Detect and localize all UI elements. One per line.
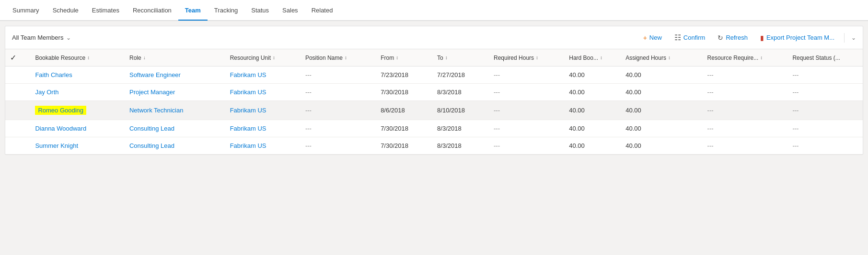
row-resource[interactable]: Dianna Woodward [30, 120, 125, 137]
position-value: --- [305, 89, 312, 96]
header-checkmark[interactable]: ✓ [10, 54, 16, 62]
row-to: 7/27/2018 [432, 67, 489, 84]
resreq-value: --- [707, 125, 714, 132]
resource-link[interactable]: Faith Charles [35, 71, 72, 78]
header-unit[interactable]: Resourcing Unit ↕ [225, 49, 301, 67]
header-resource[interactable]: Bookable Resource ↕ [30, 49, 125, 67]
team-table: ✓ Bookable Resource ↕ Role ↓ Re [5, 49, 863, 155]
row-unit: Fabrikam US [225, 101, 301, 120]
row-resource[interactable]: Romeo Gooding [30, 101, 125, 120]
dropdown-icon[interactable]: ⌄ [66, 34, 71, 41]
unit-link[interactable]: Fabrikam US [230, 71, 266, 78]
header-resource-label: Bookable Resource [35, 55, 85, 61]
reqstatus-value: --- [792, 107, 799, 114]
row-reqstatus: --- [787, 101, 863, 120]
row-required: --- [489, 67, 564, 84]
table-row[interactable]: Dianna Woodward Consulting Lead Fabrikam… [5, 120, 863, 137]
reqstatus-value: --- [792, 71, 799, 78]
new-button[interactable]: + New [640, 32, 665, 44]
sort-icon-assigned: ↕ [668, 56, 671, 59]
tab-reconciliation[interactable]: Reconciliation [126, 1, 178, 20]
unit-link[interactable]: Fabrikam US [230, 142, 266, 149]
export-icon: ▮ [760, 34, 764, 42]
row-from: 7/30/2018 [376, 120, 432, 137]
confirm-button-label: Confirm [683, 34, 706, 41]
sort-icon-from: ↕ [396, 56, 398, 59]
from-value: 7/30/2018 [381, 142, 408, 149]
tab-team[interactable]: Team [178, 1, 208, 20]
assigned-value: 40.00 [625, 71, 641, 78]
role-link[interactable]: Consulting Lead [129, 125, 174, 132]
row-from: 7/23/2018 [376, 67, 432, 84]
header-required[interactable]: Required Hours ↕ [489, 49, 564, 67]
resreq-value: --- [707, 142, 714, 149]
unit-link[interactable]: Fabrikam US [230, 89, 266, 96]
tab-schedule[interactable]: Schedule [46, 1, 85, 20]
tab-estimates[interactable]: Estimates [85, 1, 126, 20]
from-value: 8/6/2018 [381, 107, 405, 114]
reqstatus-value: --- [792, 125, 799, 132]
header-role[interactable]: Role ↓ [125, 49, 225, 67]
new-button-label: New [649, 34, 662, 41]
row-unit: Fabrikam US [225, 137, 301, 155]
unit-link[interactable]: Fabrikam US [230, 125, 266, 132]
sort-icon-hardboo: ↕ [600, 56, 602, 59]
plus-icon: + [643, 34, 647, 42]
role-link[interactable]: Software Engineer [129, 71, 181, 78]
tab-status[interactable]: Status [244, 1, 276, 20]
nav-tabs: Summary Schedule Estimates Reconciliatio… [0, 0, 868, 21]
resource-link[interactable]: Dianna Woodward [35, 125, 86, 132]
table-row[interactable]: Jay Orth Project Manager Fabrikam US ---… [5, 84, 863, 101]
row-check[interactable] [5, 101, 30, 120]
header-from[interactable]: From ↕ [376, 49, 432, 67]
role-link[interactable]: Project Manager [129, 89, 175, 96]
row-check[interactable] [5, 84, 30, 101]
row-resource[interactable]: Faith Charles [30, 67, 125, 84]
row-check[interactable] [5, 137, 30, 155]
header-resreq[interactable]: Resource Require... ↕ [703, 49, 788, 67]
row-role: Network Technician [125, 101, 225, 120]
table-row[interactable]: Summer Knight Consulting Lead Fabrikam U… [5, 137, 863, 155]
resreq-value: --- [707, 107, 714, 114]
tab-related[interactable]: Related [305, 1, 340, 20]
row-resource[interactable]: Jay Orth [30, 84, 125, 101]
header-reqstatus[interactable]: Request Status (... [787, 49, 863, 67]
header-unit-label: Resourcing Unit [230, 55, 271, 61]
header-position[interactable]: Position Name ↕ [301, 49, 376, 67]
hardboo-value: 40.00 [569, 107, 585, 114]
to-value: 8/3/2018 [437, 142, 462, 149]
more-options-chevron[interactable]: ⌄ [851, 34, 856, 41]
row-role: Project Manager [125, 84, 225, 101]
tab-summary[interactable]: Summary [6, 1, 46, 20]
confirm-button[interactable]: ☷ Confirm [671, 31, 708, 44]
role-link[interactable]: Network Technician [129, 107, 183, 114]
row-hardboo: 40.00 [564, 120, 621, 137]
row-required: --- [489, 84, 564, 101]
unit-link[interactable]: Fabrikam US [230, 107, 266, 114]
header-to[interactable]: To ↕ [432, 49, 489, 67]
table-body: Faith Charles Software Engineer Fabrikam… [5, 67, 863, 155]
resource-link[interactable]: Summer Knight [35, 142, 78, 149]
resource-link[interactable]: Romeo Gooding [35, 106, 86, 115]
row-check[interactable] [5, 67, 30, 84]
row-check[interactable] [5, 120, 30, 137]
tab-sales[interactable]: Sales [276, 1, 305, 20]
table-row[interactable]: Faith Charles Software Engineer Fabrikam… [5, 67, 863, 84]
row-position: --- [301, 101, 376, 120]
header-assigned[interactable]: Assigned Hours ↕ [621, 49, 702, 67]
row-to: 8/3/2018 [432, 120, 489, 137]
row-hardboo: 40.00 [564, 84, 621, 101]
role-link[interactable]: Consulting Lead [129, 142, 174, 149]
export-button[interactable]: ▮ Export Project Team M... [757, 32, 837, 44]
toolbar-left: All Team Members ⌄ [12, 34, 638, 41]
table-row[interactable]: Romeo Gooding Network Technician Fabrika… [5, 101, 863, 120]
refresh-button[interactable]: ↻ Refresh [715, 32, 751, 44]
row-resreq: --- [703, 120, 788, 137]
reqstatus-value: --- [792, 142, 799, 149]
row-resource[interactable]: Summer Knight [30, 137, 125, 155]
tab-tracking[interactable]: Tracking [208, 1, 244, 20]
to-value: 7/27/2018 [437, 71, 465, 78]
resource-link[interactable]: Jay Orth [35, 89, 58, 96]
row-resreq: --- [703, 137, 788, 155]
header-hardboo[interactable]: Hard Boo... ↕ [564, 49, 621, 67]
